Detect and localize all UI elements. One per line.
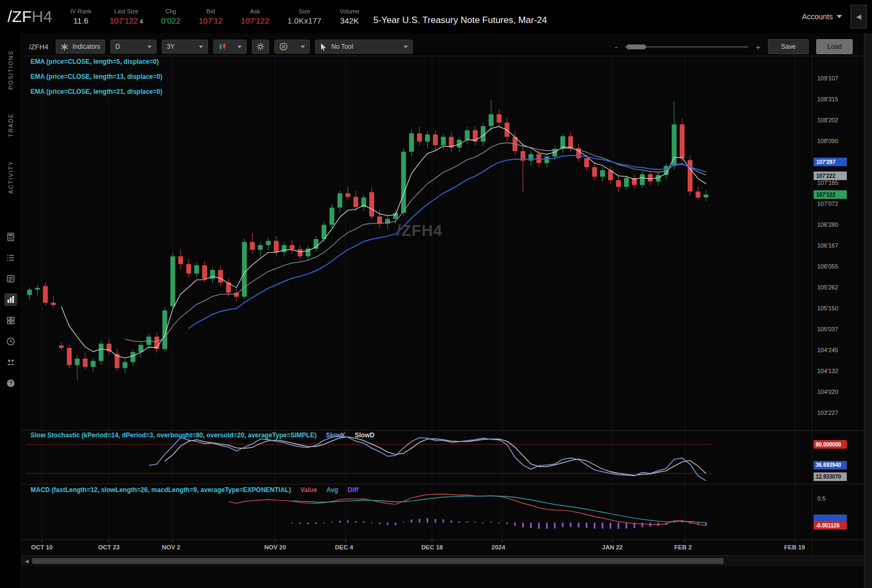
dashboard-icon[interactable] (4, 314, 17, 327)
sidebar-tab-activity[interactable]: ACTIVITY (8, 161, 14, 194)
chart-panel: /ZFH4 Indicators D 3Y No Tool (21, 33, 872, 588)
price-axis-label: 107'072 (817, 200, 838, 207)
study-label-ema21[interactable]: EMA (price=CLOSE, length=21, displace=0) (31, 88, 162, 95)
price-axis-label: 106'167 (817, 242, 838, 249)
field-bid: Bid 107'12 (199, 8, 223, 25)
legend-slowk: SlowK (326, 431, 346, 439)
sidebar-tab-positions[interactable]: POSITIONS (8, 50, 14, 90)
chart-style-dropdown[interactable] (274, 40, 310, 54)
study-label-ema5[interactable]: EMA (price=CLOSE, length=5, displace=0) (31, 58, 159, 65)
history-icon[interactable] (4, 335, 17, 348)
macd-diff-bar (594, 523, 595, 529)
positions-list-icon[interactable] (4, 251, 17, 264)
price-axis-label: 104'132 (817, 368, 838, 374)
legend-macd-diff: Diff (348, 486, 359, 494)
range-dropdown[interactable]: 3Y (162, 40, 208, 54)
svg-text:80.000000: 80.000000 (816, 442, 841, 448)
price-axis-label: 109'107 (817, 75, 838, 81)
macd-line (292, 496, 706, 523)
study-label-macd[interactable]: MACD (fastLength=12, slowLength=26, macd… (31, 486, 359, 494)
macd-diff-bar (292, 523, 293, 524)
timeframe-dropdown[interactable]: D (110, 40, 156, 54)
macd-diff-bar (435, 519, 436, 523)
price-axis-label: 104'020 (817, 389, 838, 395)
macd-diff-bar (530, 523, 532, 528)
macd-diff-bar (522, 523, 524, 527)
scroll-left-icon[interactable]: ◀ (23, 557, 31, 565)
time-axis-label: DEC 4 (335, 544, 353, 550)
collapse-panel-button[interactable]: ◀ (851, 5, 867, 28)
chart-settings-button[interactable] (252, 40, 269, 54)
macd-diff-bar (681, 522, 683, 523)
svg-text:36.693940: 36.693940 (816, 462, 841, 468)
svg-text:12.933070: 12.933070 (816, 474, 841, 480)
macd-diff-bar (570, 523, 571, 527)
macd-diff-bar (363, 522, 364, 523)
drawing-tool-dropdown[interactable]: No Tool (315, 40, 413, 54)
scrollbar-thumb[interactable] (32, 558, 724, 564)
chart-toolbar: /ZFH4 Indicators D 3Y No Tool (26, 38, 872, 56)
sidebar-tab-trade[interactable]: TRADE (8, 113, 14, 137)
price-axis-label: 103'227 (817, 410, 838, 416)
macd-diff-bar (315, 523, 317, 524)
macd-diff-bar (395, 523, 397, 525)
time-axis-label: 2024 (491, 544, 505, 550)
field-volume: Volume 342K (340, 8, 360, 25)
time-axis-label: FEB 19 (784, 544, 805, 550)
calculator-icon[interactable] (4, 230, 17, 243)
collapse-left-icon: ◀ (856, 13, 861, 20)
time-axis-label: FEB 2 (674, 544, 692, 550)
study-label-ema13[interactable]: EMA (price=CLOSE, length=13, displace=0) (31, 73, 162, 80)
zoom-in-button[interactable]: + (756, 42, 761, 51)
load-button[interactable]: Load (816, 39, 853, 54)
chevron-down-icon (301, 46, 305, 48)
time-axis-label: OCT 23 (98, 544, 120, 550)
share-icon[interactable] (4, 356, 17, 369)
indicators-button[interactable]: Indicators (56, 40, 105, 54)
zoom-slider[interactable] (625, 46, 748, 48)
zoom-slider-thumb[interactable] (627, 44, 646, 49)
help-icon[interactable]: ? (4, 377, 17, 390)
chevron-down-icon (404, 46, 408, 48)
price-axis-label: 106'055 (817, 263, 838, 270)
price-chart-canvas[interactable]: 109'107108'315108'202108'090107'185107'0… (21, 56, 872, 555)
macd-diff-bar (347, 520, 349, 523)
style-target-icon (279, 42, 288, 51)
study-label-stochastic[interactable]: Slow Stochastic (kPeriod=14, dPeriod=3, … (31, 431, 375, 439)
notes-icon[interactable] (4, 272, 17, 285)
macd-diff-bar (578, 523, 579, 527)
price-axis-label: 108'090 (817, 138, 838, 144)
macd-diff-bar (443, 519, 444, 523)
macd-diff-bar (411, 519, 412, 523)
macd-diff-bar (562, 523, 563, 527)
field-iv-rank: IV Rank 11.6 (70, 8, 91, 25)
macd-diff-bar (355, 521, 356, 523)
legend-macd-avg: Avg (326, 486, 338, 494)
field-last-size: Last Size 107'1224 (110, 8, 143, 25)
chart-icon[interactable] (4, 293, 17, 306)
horizontal-scrollbar[interactable]: ◀ ▶ (21, 555, 872, 566)
time-axis-label: OCT 10 (31, 544, 53, 550)
macd-diff-bar (466, 522, 468, 523)
chart-type-dropdown[interactable] (213, 40, 247, 54)
macd-diff-bar (458, 522, 460, 523)
macd-diff-bar (379, 523, 381, 524)
macd-diff-bar (490, 522, 492, 523)
chevron-down-icon (837, 15, 842, 18)
overlay-EMA13 (125, 143, 706, 342)
svg-text:107'122: 107'122 (816, 192, 836, 198)
legend-slowd: SlowD (355, 431, 375, 439)
symbol-watermark: /ZFH4 (397, 222, 443, 240)
gear-icon (256, 42, 265, 51)
accounts-dropdown[interactable]: Accounts (802, 12, 842, 21)
macd-diff-bar (482, 523, 484, 524)
header-bar: /ZFH4 IV Rank 11.6 Last Size 107'1224 Ch… (0, 0, 872, 33)
macd-diff-bar (299, 523, 301, 524)
zoom-out-button[interactable]: - (615, 42, 617, 51)
macd-diff-bar (387, 523, 389, 525)
macd-diff-bar (586, 523, 587, 528)
toolbar-symbol-label: /ZFH4 (29, 43, 48, 51)
price-axis-label: 105'037 (817, 326, 838, 332)
macd-axis-label: 0.5 (817, 495, 825, 502)
save-button[interactable]: Save (768, 39, 809, 54)
